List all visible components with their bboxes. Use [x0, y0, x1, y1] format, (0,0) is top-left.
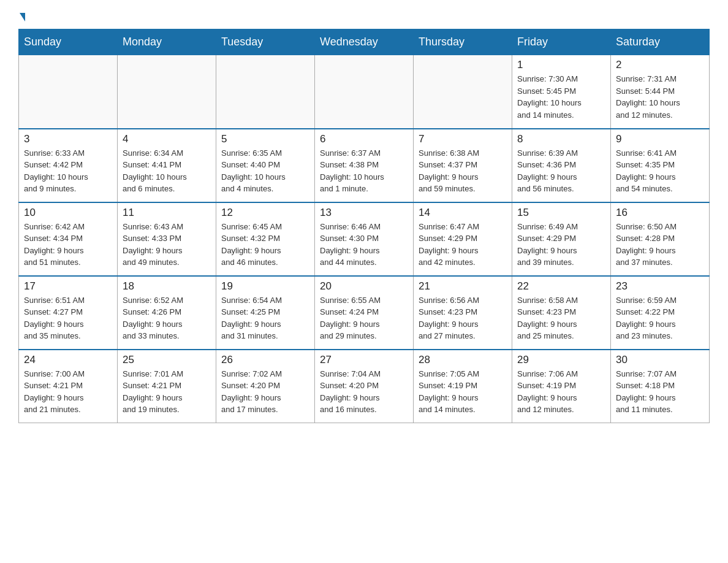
- logo-triangle-icon: [20, 13, 25, 21]
- day-info: Sunrise: 6:38 AM Sunset: 4:37 PM Dayligh…: [419, 147, 507, 195]
- day-number: 4: [123, 133, 211, 145]
- calendar-cell: 12Sunrise: 6:45 AM Sunset: 4:32 PM Dayli…: [216, 202, 315, 276]
- day-number: 8: [517, 133, 605, 145]
- day-info: Sunrise: 7:06 AM Sunset: 4:19 PM Dayligh…: [517, 368, 605, 416]
- calendar-cell: 1Sunrise: 7:30 AM Sunset: 5:45 PM Daylig…: [512, 55, 611, 129]
- day-info: Sunrise: 6:55 AM Sunset: 4:24 PM Dayligh…: [320, 294, 408, 342]
- weekday-header-wednesday: Wednesday: [315, 29, 414, 55]
- calendar-cell: 23Sunrise: 6:59 AM Sunset: 4:22 PM Dayli…: [611, 276, 710, 350]
- weekday-header-sunday: Sunday: [19, 29, 118, 55]
- day-info: Sunrise: 6:50 AM Sunset: 4:28 PM Dayligh…: [616, 221, 704, 269]
- day-info: Sunrise: 7:30 AM Sunset: 5:45 PM Dayligh…: [517, 73, 605, 121]
- calendar-cell: 8Sunrise: 6:39 AM Sunset: 4:36 PM Daylig…: [512, 129, 611, 202]
- day-info: Sunrise: 6:33 AM Sunset: 4:42 PM Dayligh…: [24, 147, 112, 195]
- day-info: Sunrise: 6:34 AM Sunset: 4:41 PM Dayligh…: [123, 147, 211, 195]
- day-info: Sunrise: 6:52 AM Sunset: 4:26 PM Dayligh…: [123, 294, 211, 342]
- day-number: 9: [616, 133, 704, 145]
- calendar-cell: [414, 55, 512, 129]
- calendar-cell: [216, 55, 315, 129]
- calendar-week-row: 1Sunrise: 7:30 AM Sunset: 5:45 PM Daylig…: [19, 55, 710, 129]
- day-info: Sunrise: 7:31 AM Sunset: 5:44 PM Dayligh…: [616, 73, 704, 121]
- day-info: Sunrise: 6:47 AM Sunset: 4:29 PM Dayligh…: [419, 221, 507, 269]
- day-number: 29: [517, 354, 605, 366]
- calendar-cell: 26Sunrise: 7:02 AM Sunset: 4:20 PM Dayli…: [216, 350, 315, 423]
- day-number: 13: [320, 207, 408, 219]
- calendar-cell: [118, 55, 216, 129]
- calendar-cell: 16Sunrise: 6:50 AM Sunset: 4:28 PM Dayli…: [611, 202, 710, 276]
- day-number: 25: [123, 354, 211, 366]
- calendar-cell: 18Sunrise: 6:52 AM Sunset: 4:26 PM Dayli…: [118, 276, 216, 350]
- day-number: 1: [517, 59, 605, 71]
- calendar-week-row: 17Sunrise: 6:51 AM Sunset: 4:27 PM Dayli…: [19, 276, 710, 350]
- day-number: 19: [221, 280, 309, 293]
- calendar-cell: 13Sunrise: 6:46 AM Sunset: 4:30 PM Dayli…: [315, 202, 414, 276]
- page-header: [18, 12, 710, 23]
- day-number: 22: [517, 280, 605, 293]
- calendar-cell: 20Sunrise: 6:55 AM Sunset: 4:24 PM Dayli…: [315, 276, 414, 350]
- day-info: Sunrise: 6:35 AM Sunset: 4:40 PM Dayligh…: [221, 147, 309, 195]
- day-number: 16: [616, 207, 704, 219]
- day-number: 3: [24, 133, 112, 145]
- calendar-cell: 6Sunrise: 6:37 AM Sunset: 4:38 PM Daylig…: [315, 129, 414, 202]
- calendar-cell: 27Sunrise: 7:04 AM Sunset: 4:20 PM Dayli…: [315, 350, 414, 423]
- calendar-cell: [19, 55, 118, 129]
- calendar-cell: 28Sunrise: 7:05 AM Sunset: 4:19 PM Dayli…: [414, 350, 512, 423]
- day-info: Sunrise: 6:56 AM Sunset: 4:23 PM Dayligh…: [419, 294, 507, 342]
- day-number: 10: [24, 207, 112, 219]
- day-number: 2: [616, 59, 704, 71]
- day-info: Sunrise: 7:01 AM Sunset: 4:21 PM Dayligh…: [123, 368, 211, 416]
- calendar-cell: 10Sunrise: 6:42 AM Sunset: 4:34 PM Dayli…: [19, 202, 118, 276]
- day-info: Sunrise: 6:58 AM Sunset: 4:23 PM Dayligh…: [517, 294, 605, 342]
- calendar-cell: 7Sunrise: 6:38 AM Sunset: 4:37 PM Daylig…: [414, 129, 512, 202]
- day-number: 6: [320, 133, 408, 145]
- calendar-cell: 11Sunrise: 6:43 AM Sunset: 4:33 PM Dayli…: [118, 202, 216, 276]
- weekday-header-monday: Monday: [118, 29, 216, 55]
- calendar-cell: 21Sunrise: 6:56 AM Sunset: 4:23 PM Dayli…: [414, 276, 512, 350]
- day-number: 5: [221, 133, 309, 145]
- day-number: 7: [419, 133, 507, 145]
- day-number: 28: [419, 354, 507, 366]
- calendar-table: SundayMondayTuesdayWednesdayThursdayFrid…: [18, 29, 710, 423]
- calendar-cell: 25Sunrise: 7:01 AM Sunset: 4:21 PM Dayli…: [118, 350, 216, 423]
- day-info: Sunrise: 6:37 AM Sunset: 4:38 PM Dayligh…: [320, 147, 408, 195]
- day-number: 11: [123, 207, 211, 219]
- day-number: 30: [616, 354, 704, 366]
- day-info: Sunrise: 6:41 AM Sunset: 4:35 PM Dayligh…: [616, 147, 704, 195]
- day-info: Sunrise: 7:00 AM Sunset: 4:21 PM Dayligh…: [24, 368, 112, 416]
- calendar-cell: 29Sunrise: 7:06 AM Sunset: 4:19 PM Dayli…: [512, 350, 611, 423]
- day-info: Sunrise: 6:39 AM Sunset: 4:36 PM Dayligh…: [517, 147, 605, 195]
- day-info: Sunrise: 6:54 AM Sunset: 4:25 PM Dayligh…: [221, 294, 309, 342]
- day-number: 26: [221, 354, 309, 366]
- day-number: 14: [419, 207, 507, 219]
- calendar-week-row: 3Sunrise: 6:33 AM Sunset: 4:42 PM Daylig…: [19, 129, 710, 202]
- day-info: Sunrise: 6:51 AM Sunset: 4:27 PM Dayligh…: [24, 294, 112, 342]
- calendar-cell: 15Sunrise: 6:49 AM Sunset: 4:29 PM Dayli…: [512, 202, 611, 276]
- day-info: Sunrise: 7:02 AM Sunset: 4:20 PM Dayligh…: [221, 368, 309, 416]
- day-info: Sunrise: 7:04 AM Sunset: 4:20 PM Dayligh…: [320, 368, 408, 416]
- day-info: Sunrise: 6:43 AM Sunset: 4:33 PM Dayligh…: [123, 221, 211, 269]
- calendar-cell: [315, 55, 414, 129]
- calendar-cell: 5Sunrise: 6:35 AM Sunset: 4:40 PM Daylig…: [216, 129, 315, 202]
- calendar-cell: 14Sunrise: 6:47 AM Sunset: 4:29 PM Dayli…: [414, 202, 512, 276]
- day-number: 24: [24, 354, 112, 366]
- calendar-cell: 3Sunrise: 6:33 AM Sunset: 4:42 PM Daylig…: [19, 129, 118, 202]
- weekday-header-friday: Friday: [512, 29, 611, 55]
- day-number: 23: [616, 280, 704, 293]
- day-info: Sunrise: 6:49 AM Sunset: 4:29 PM Dayligh…: [517, 221, 605, 269]
- day-info: Sunrise: 6:45 AM Sunset: 4:32 PM Dayligh…: [221, 221, 309, 269]
- weekday-header-row: SundayMondayTuesdayWednesdayThursdayFrid…: [19, 29, 710, 55]
- day-number: 21: [419, 280, 507, 293]
- calendar-cell: 30Sunrise: 7:07 AM Sunset: 4:18 PM Dayli…: [611, 350, 710, 423]
- day-number: 18: [123, 280, 211, 293]
- calendar-cell: 24Sunrise: 7:00 AM Sunset: 4:21 PM Dayli…: [19, 350, 118, 423]
- day-number: 17: [24, 280, 112, 293]
- calendar-week-row: 10Sunrise: 6:42 AM Sunset: 4:34 PM Dayli…: [19, 202, 710, 276]
- day-number: 12: [221, 207, 309, 219]
- calendar-cell: 2Sunrise: 7:31 AM Sunset: 5:44 PM Daylig…: [611, 55, 710, 129]
- calendar-cell: 17Sunrise: 6:51 AM Sunset: 4:27 PM Dayli…: [19, 276, 118, 350]
- day-number: 27: [320, 354, 408, 366]
- day-info: Sunrise: 7:07 AM Sunset: 4:18 PM Dayligh…: [616, 368, 704, 416]
- calendar-cell: 19Sunrise: 6:54 AM Sunset: 4:25 PM Dayli…: [216, 276, 315, 350]
- day-number: 15: [517, 207, 605, 219]
- weekday-header-tuesday: Tuesday: [216, 29, 315, 55]
